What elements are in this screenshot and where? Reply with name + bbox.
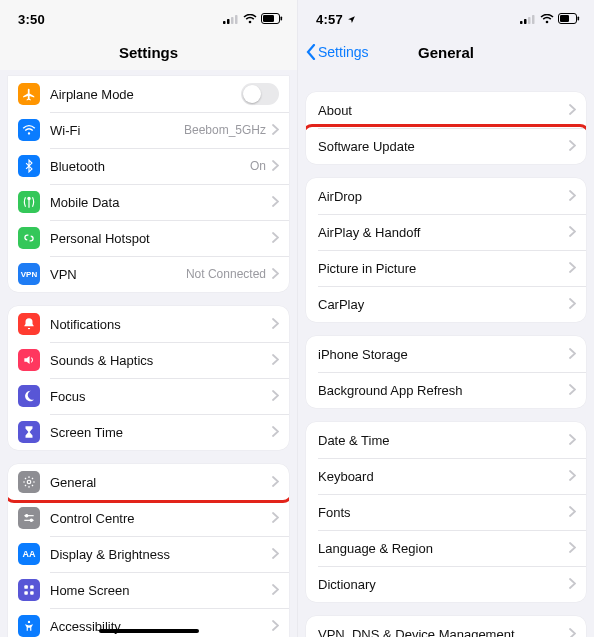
row-label: Dictionary <box>318 577 569 592</box>
settings-list: Airplane Mode Wi-Fi Beebom_5GHz Bluetoot… <box>0 76 297 637</box>
chevron-right-icon <box>569 381 576 399</box>
row-label: Screen Time <box>50 425 272 440</box>
wifi-value: Beebom_5GHz <box>184 123 266 137</box>
row-software-update[interactable]: Software Update <box>306 128 586 164</box>
wifi-row-icon <box>18 119 40 141</box>
row-display-brightness[interactable]: AA Display & Brightness <box>8 536 289 572</box>
svg-rect-32 <box>578 16 580 20</box>
chevron-right-icon <box>569 467 576 485</box>
wifi-icon <box>243 12 257 27</box>
row-label: Airplane Mode <box>50 87 241 102</box>
home-indicator[interactable] <box>99 629 199 633</box>
battery-icon <box>261 12 283 27</box>
status-bar: 3:50 <box>0 0 297 34</box>
row-airplay-handoff[interactable]: AirPlay & Handoff <box>306 214 586 250</box>
row-sounds-haptics[interactable]: Sounds & Haptics <box>8 342 289 378</box>
row-screen-time[interactable]: Screen Time <box>8 414 289 450</box>
svg-rect-1 <box>227 19 230 24</box>
chevron-right-icon <box>569 187 576 205</box>
row-wifi[interactable]: Wi-Fi Beebom_5GHz <box>8 112 289 148</box>
row-label: Focus <box>50 389 272 404</box>
row-vpn[interactable]: VPN VPN Not Connected <box>8 256 289 292</box>
row-vpn-dns-mgmt[interactable]: VPN, DNS & Device Management <box>306 616 586 637</box>
row-control-centre[interactable]: Control Centre <box>8 500 289 536</box>
row-keyboard[interactable]: Keyboard <box>306 458 586 494</box>
row-label: Wi-Fi <box>50 123 184 138</box>
row-iphone-storage[interactable]: iPhone Storage <box>306 336 586 372</box>
svg-point-19 <box>28 621 30 623</box>
chevron-right-icon <box>569 295 576 313</box>
signal-icon <box>520 12 536 27</box>
svg-rect-16 <box>30 585 34 589</box>
row-background-refresh[interactable]: Background App Refresh <box>306 372 586 408</box>
row-label: General <box>50 475 272 490</box>
chevron-right-icon <box>569 431 576 449</box>
group-connectivity: Airplane Mode Wi-Fi Beebom_5GHz Bluetoot… <box>8 76 289 292</box>
row-label: VPN <box>50 267 186 282</box>
svg-point-29 <box>546 20 549 23</box>
row-label: Keyboard <box>318 469 569 484</box>
chevron-right-icon <box>272 351 279 369</box>
row-label: Software Update <box>318 139 569 154</box>
nav-bar: Settings General <box>298 34 594 70</box>
row-notifications[interactable]: Notifications <box>8 306 289 342</box>
row-date-time[interactable]: Date & Time <box>306 422 586 458</box>
status-icons <box>223 12 283 27</box>
row-dictionary[interactable]: Dictionary <box>306 566 586 602</box>
row-about[interactable]: About <box>306 92 586 128</box>
row-personal-hotspot[interactable]: Personal Hotspot <box>8 220 289 256</box>
row-label: Picture in Picture <box>318 261 569 276</box>
chevron-right-icon <box>272 545 279 563</box>
row-label: VPN, DNS & Device Management <box>318 627 569 638</box>
row-focus[interactable]: Focus <box>8 378 289 414</box>
row-general[interactable]: General <box>8 464 289 500</box>
back-button[interactable]: Settings <box>306 34 369 70</box>
gear-icon <box>18 471 40 493</box>
airplane-icon <box>18 83 40 105</box>
status-time: 4:57 <box>316 12 356 27</box>
bluetooth-icon <box>18 155 40 177</box>
chevron-right-icon <box>569 101 576 119</box>
group-system: General Control Centre AA Display & Brig… <box>8 464 289 637</box>
nav-bar: Settings <box>0 34 297 70</box>
row-pip[interactable]: Picture in Picture <box>306 250 586 286</box>
row-home-screen[interactable]: Home Screen <box>8 572 289 608</box>
svg-rect-31 <box>560 15 569 22</box>
chevron-right-icon <box>272 387 279 405</box>
group-about: About Software Update <box>306 92 586 164</box>
grid-icon <box>18 579 40 601</box>
svg-rect-15 <box>24 585 28 589</box>
hourglass-icon <box>18 421 40 443</box>
row-airdrop[interactable]: AirDrop <box>306 178 586 214</box>
row-airplane-mode[interactable]: Airplane Mode <box>8 76 289 112</box>
chevron-right-icon <box>569 223 576 241</box>
chevron-right-icon <box>569 259 576 277</box>
row-carplay[interactable]: CarPlay <box>306 286 586 322</box>
airplane-toggle[interactable] <box>241 83 279 105</box>
row-label: Fonts <box>318 505 569 520</box>
chevron-right-icon <box>569 137 576 155</box>
status-bar: 4:57 <box>298 0 594 34</box>
link-icon <box>18 227 40 249</box>
svg-rect-3 <box>235 15 238 24</box>
location-icon <box>347 12 356 27</box>
accessibility-icon <box>18 615 40 637</box>
switches-icon <box>18 507 40 529</box>
svg-rect-17 <box>24 591 28 595</box>
chevron-right-icon <box>272 617 279 635</box>
chevron-right-icon <box>272 581 279 599</box>
row-label: Language & Region <box>318 541 569 556</box>
svg-point-9 <box>28 197 30 199</box>
svg-point-8 <box>28 132 30 134</box>
row-label: iPhone Storage <box>318 347 569 362</box>
row-label: Background App Refresh <box>318 383 569 398</box>
svg-rect-28 <box>532 15 535 24</box>
row-fonts[interactable]: Fonts <box>306 494 586 530</box>
row-label: Sounds & Haptics <box>50 353 272 368</box>
vpn-icon: VPN <box>18 263 40 285</box>
screen-general: 4:57 Settings General About Softwar <box>297 0 594 637</box>
row-bluetooth[interactable]: Bluetooth On <box>8 148 289 184</box>
battery-icon <box>558 12 580 27</box>
row-language-region[interactable]: Language & Region <box>306 530 586 566</box>
row-mobile-data[interactable]: Mobile Data <box>8 184 289 220</box>
